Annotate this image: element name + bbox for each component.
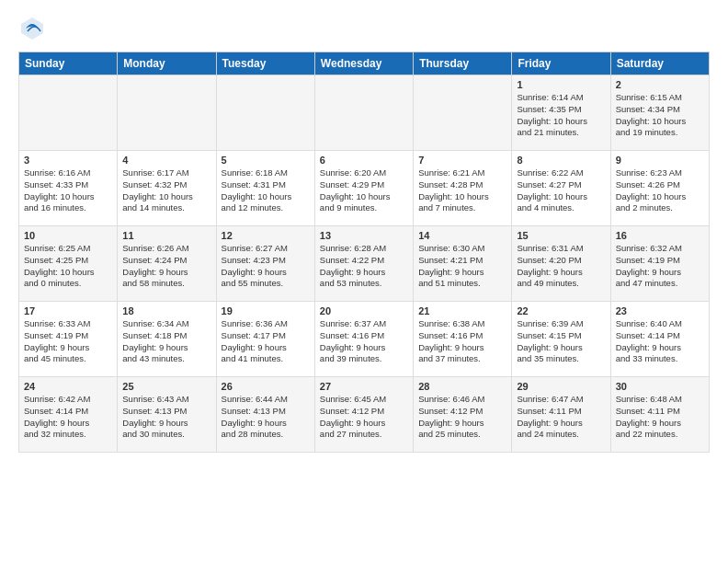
day-number: 29	[517, 381, 605, 392]
day-number: 14	[418, 230, 506, 241]
day-number: 18	[122, 305, 210, 316]
logo	[18, 15, 50, 42]
calendar-cell: 11Sunrise: 6:26 AMSunset: 4:24 PMDayligh…	[118, 226, 216, 302]
svg-marker-0	[21, 17, 43, 40]
calendar-cell	[216, 75, 314, 151]
day-info: Sunrise: 6:44 AMSunset: 4:13 PMDaylight:…	[222, 394, 310, 441]
calendar-cell: 6Sunrise: 6:20 AMSunset: 4:29 PMDaylight…	[314, 151, 413, 226]
day-number: 28	[418, 381, 506, 392]
day-info: Sunrise: 6:16 AMSunset: 4:33 PMDaylight:…	[24, 167, 112, 214]
day-info: Sunrise: 6:48 AMSunset: 4:11 PMDaylight:…	[616, 394, 704, 441]
day-number: 21	[418, 305, 506, 316]
calendar-cell: 25Sunrise: 6:43 AMSunset: 4:13 PMDayligh…	[118, 377, 216, 453]
weekday-header-row: SundayMondayTuesdayWednesdayThursdayFrid…	[19, 52, 710, 75]
calendar-cell: 26Sunrise: 6:44 AMSunset: 4:13 PMDayligh…	[216, 377, 314, 453]
day-number: 20	[320, 305, 408, 316]
calendar-cell: 29Sunrise: 6:47 AMSunset: 4:11 PMDayligh…	[512, 377, 610, 453]
weekday-monday: Monday	[118, 52, 216, 75]
day-info: Sunrise: 6:23 AMSunset: 4:26 PMDaylight:…	[616, 167, 704, 214]
day-info: Sunrise: 6:20 AMSunset: 4:29 PMDaylight:…	[320, 167, 408, 214]
day-number: 5	[222, 155, 310, 166]
calendar-cell: 9Sunrise: 6:23 AMSunset: 4:26 PMDaylight…	[610, 151, 709, 226]
day-number: 27	[320, 381, 408, 392]
day-number: 8	[517, 155, 605, 166]
day-info: Sunrise: 6:17 AMSunset: 4:32 PMDaylight:…	[122, 167, 210, 214]
week-row-4: 17Sunrise: 6:33 AMSunset: 4:19 PMDayligh…	[19, 302, 710, 377]
calendar-cell: 17Sunrise: 6:33 AMSunset: 4:19 PMDayligh…	[19, 302, 118, 377]
weekday-sunday: Sunday	[19, 52, 118, 75]
day-number: 13	[320, 230, 408, 241]
weekday-tuesday: Tuesday	[216, 52, 314, 75]
day-info: Sunrise: 6:15 AMSunset: 4:34 PMDaylight:…	[616, 92, 704, 139]
day-info: Sunrise: 6:28 AMSunset: 4:22 PMDaylight:…	[320, 243, 408, 290]
day-info: Sunrise: 6:46 AMSunset: 4:12 PMDaylight:…	[418, 394, 506, 441]
day-info: Sunrise: 6:31 AMSunset: 4:20 PMDaylight:…	[517, 243, 605, 290]
weekday-wednesday: Wednesday	[314, 52, 413, 75]
day-info: Sunrise: 6:27 AMSunset: 4:23 PMDaylight:…	[222, 243, 310, 290]
weekday-thursday: Thursday	[414, 52, 512, 75]
calendar-cell: 20Sunrise: 6:37 AMSunset: 4:16 PMDayligh…	[314, 302, 413, 377]
day-number: 10	[24, 230, 112, 241]
logo-icon	[18, 15, 46, 42]
day-info: Sunrise: 6:25 AMSunset: 4:25 PMDaylight:…	[24, 243, 112, 290]
calendar-cell: 21Sunrise: 6:38 AMSunset: 4:16 PMDayligh…	[414, 302, 512, 377]
calendar-cell: 13Sunrise: 6:28 AMSunset: 4:22 PMDayligh…	[314, 226, 413, 302]
day-info: Sunrise: 6:45 AMSunset: 4:12 PMDaylight:…	[320, 394, 408, 441]
day-number: 16	[616, 230, 704, 241]
day-number: 3	[24, 155, 112, 166]
calendar-cell: 15Sunrise: 6:31 AMSunset: 4:20 PMDayligh…	[512, 226, 610, 302]
calendar: SundayMondayTuesdayWednesdayThursdayFrid…	[18, 52, 710, 453]
day-info: Sunrise: 6:18 AMSunset: 4:31 PMDaylight:…	[222, 167, 310, 214]
calendar-cell: 8Sunrise: 6:22 AMSunset: 4:27 PMDaylight…	[512, 151, 610, 226]
day-number: 30	[616, 381, 704, 392]
day-info: Sunrise: 6:38 AMSunset: 4:16 PMDaylight:…	[418, 318, 506, 365]
calendar-cell: 23Sunrise: 6:40 AMSunset: 4:14 PMDayligh…	[610, 302, 709, 377]
calendar-cell	[118, 75, 216, 151]
day-number: 7	[418, 155, 506, 166]
calendar-cell: 4Sunrise: 6:17 AMSunset: 4:32 PMDaylight…	[118, 151, 216, 226]
day-number: 25	[122, 381, 210, 392]
day-number: 2	[616, 79, 704, 90]
calendar-cell	[19, 75, 118, 151]
week-row-5: 24Sunrise: 6:42 AMSunset: 4:14 PMDayligh…	[19, 377, 710, 453]
day-info: Sunrise: 6:33 AMSunset: 4:19 PMDaylight:…	[24, 318, 112, 365]
day-number: 19	[222, 305, 310, 316]
calendar-cell: 14Sunrise: 6:30 AMSunset: 4:21 PMDayligh…	[414, 226, 512, 302]
calendar-cell: 24Sunrise: 6:42 AMSunset: 4:14 PMDayligh…	[19, 377, 118, 453]
day-number: 15	[517, 230, 605, 241]
day-number: 9	[616, 155, 704, 166]
calendar-cell: 3Sunrise: 6:16 AMSunset: 4:33 PMDaylight…	[19, 151, 118, 226]
calendar-cell: 10Sunrise: 6:25 AMSunset: 4:25 PMDayligh…	[19, 226, 118, 302]
day-number: 11	[122, 230, 210, 241]
day-info: Sunrise: 6:21 AMSunset: 4:28 PMDaylight:…	[418, 167, 506, 214]
day-info: Sunrise: 6:42 AMSunset: 4:14 PMDaylight:…	[24, 394, 112, 441]
day-number: 23	[616, 305, 704, 316]
day-info: Sunrise: 6:39 AMSunset: 4:15 PMDaylight:…	[517, 318, 605, 365]
day-number: 26	[222, 381, 310, 392]
day-number: 12	[222, 230, 310, 241]
calendar-cell: 16Sunrise: 6:32 AMSunset: 4:19 PMDayligh…	[610, 226, 709, 302]
calendar-cell: 18Sunrise: 6:34 AMSunset: 4:18 PMDayligh…	[118, 302, 216, 377]
calendar-cell	[414, 75, 512, 151]
day-number: 24	[24, 381, 112, 392]
calendar-cell: 7Sunrise: 6:21 AMSunset: 4:28 PMDaylight…	[414, 151, 512, 226]
week-row-3: 10Sunrise: 6:25 AMSunset: 4:25 PMDayligh…	[19, 226, 710, 302]
day-info: Sunrise: 6:47 AMSunset: 4:11 PMDaylight:…	[517, 394, 605, 441]
page: SundayMondayTuesdayWednesdayThursdayFrid…	[0, 0, 728, 563]
calendar-cell: 5Sunrise: 6:18 AMSunset: 4:31 PMDaylight…	[216, 151, 314, 226]
day-number: 4	[122, 155, 210, 166]
calendar-cell: 2Sunrise: 6:15 AMSunset: 4:34 PMDaylight…	[610, 75, 709, 151]
calendar-cell: 27Sunrise: 6:45 AMSunset: 4:12 PMDayligh…	[314, 377, 413, 453]
day-info: Sunrise: 6:36 AMSunset: 4:17 PMDaylight:…	[222, 318, 310, 365]
day-number: 22	[517, 305, 605, 316]
day-info: Sunrise: 6:40 AMSunset: 4:14 PMDaylight:…	[616, 318, 704, 365]
weekday-saturday: Saturday	[610, 52, 709, 75]
weekday-friday: Friday	[512, 52, 610, 75]
week-row-1: 1Sunrise: 6:14 AMSunset: 4:35 PMDaylight…	[19, 75, 710, 151]
calendar-cell: 22Sunrise: 6:39 AMSunset: 4:15 PMDayligh…	[512, 302, 610, 377]
day-number: 1	[517, 79, 605, 90]
day-info: Sunrise: 6:32 AMSunset: 4:19 PMDaylight:…	[616, 243, 704, 290]
day-info: Sunrise: 6:22 AMSunset: 4:27 PMDaylight:…	[517, 167, 605, 214]
calendar-cell: 28Sunrise: 6:46 AMSunset: 4:12 PMDayligh…	[414, 377, 512, 453]
calendar-cell: 19Sunrise: 6:36 AMSunset: 4:17 PMDayligh…	[216, 302, 314, 377]
